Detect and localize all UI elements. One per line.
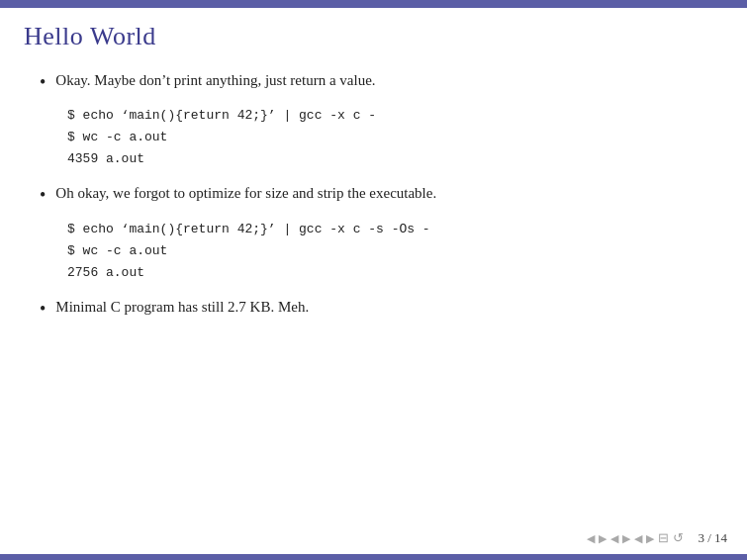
nav-right2-icon[interactable]: ▶ [622, 532, 630, 545]
bullet-text-1: • Okay. Maybe don’t print anything, just… [40, 69, 707, 95]
nav-refresh-icon[interactable]: ↺ [673, 530, 684, 546]
bullet-item-1: • Okay. Maybe don’t print anything, just… [40, 69, 707, 170]
code-line-1-2: 4359 a.out [67, 148, 707, 170]
bullet-item-3: • Minimal C program has still 2.7 KB. Me… [40, 296, 707, 322]
bullet-item-2: • Oh okay, we forgot to optimize for siz… [40, 182, 707, 283]
nav-menu-icon[interactable]: ⊟ [658, 530, 669, 546]
nav-right3-icon[interactable]: ▶ [646, 532, 654, 545]
code-line-1-0: $ echo ‘main(){return 42;}’ | gcc -x c - [67, 105, 707, 127]
code-block-1: $ echo ‘main(){return 42;}’ | gcc -x c -… [67, 105, 707, 170]
footer-area: ◀ ▶ ◀ ▶ ◀ ▶ ⊟ ↺ 3 / 14 [0, 524, 747, 554]
code-line-2-1: $ wc -c a.out [67, 240, 707, 262]
code-block-2: $ echo ‘main(){return 42;}’ | gcc -x c -… [67, 219, 707, 284]
nav-left-icon[interactable]: ◀ [587, 532, 595, 545]
code-line-2-2: 2756 a.out [67, 262, 707, 284]
bullet-text-3: • Minimal C program has still 2.7 KB. Me… [40, 296, 707, 322]
footer-bar [0, 554, 747, 560]
nav-left3-icon[interactable]: ◀ [634, 532, 642, 545]
bullet-dot-3: • [40, 297, 46, 322]
code-line-1-1: $ wc -c a.out [67, 127, 707, 148]
code-line-2-0: $ echo ‘main(){return 42;}’ | gcc -x c -… [67, 219, 707, 240]
nav-left2-icon[interactable]: ◀ [610, 532, 618, 545]
header-bar [0, 0, 747, 8]
title-area: Hello World [0, 8, 747, 59]
nav-icons: ◀ ▶ ◀ ▶ ◀ ▶ ⊟ ↺ [587, 530, 684, 546]
nav-right-icon[interactable]: ▶ [599, 532, 607, 545]
page-number: 3 / 14 [698, 530, 727, 546]
bullet-dot-2: • [40, 183, 46, 208]
bullet-label-2: Oh okay, we forgot to optimize for size … [55, 182, 436, 205]
slide-title: Hello World [24, 22, 723, 51]
bullet-text-2: • Oh okay, we forgot to optimize for siz… [40, 182, 707, 208]
bullet-label-3: Minimal C program has still 2.7 KB. Meh. [55, 296, 309, 319]
content-area: • Okay. Maybe don’t print anything, just… [0, 59, 747, 524]
slide: Hello World • Okay. Maybe don’t print an… [0, 0, 747, 560]
bullet-dot-1: • [40, 70, 46, 95]
bullet-label-1: Okay. Maybe don’t print anything, just r… [55, 69, 375, 92]
